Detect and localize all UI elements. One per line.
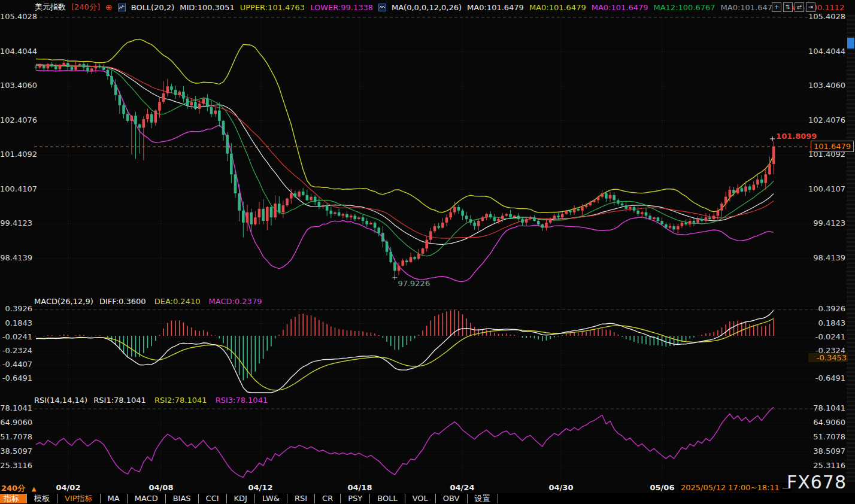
price-axis-label-right: 99.4123 bbox=[808, 218, 845, 227]
date-axis-label: 04/02 bbox=[56, 483, 81, 492]
rsi-title: RSI(14,14,14) bbox=[34, 396, 87, 405]
ma-indicator-chip-icon[interactable] bbox=[378, 4, 386, 11]
macd-axis-label-left: -0.2324 bbox=[0, 346, 32, 355]
date-axis-label: 04/18 bbox=[348, 483, 372, 492]
session-timestamp: 2025/05/12 17:00~18:11 — bbox=[679, 483, 792, 492]
price-axis-label-left: 105.4028 bbox=[0, 12, 32, 21]
macd-axis-label-right: -0.0241 bbox=[808, 332, 845, 341]
rsi3-value: RSI3:78.1041 bbox=[216, 396, 268, 405]
scale-vertical-icon[interactable]: ⇅ bbox=[783, 2, 793, 12]
macd-diff-value: DIFF:0.3600 bbox=[99, 297, 146, 306]
date-axis-label: 04/08 bbox=[149, 483, 174, 492]
toolbar-tab-BOLL[interactable]: BOLL bbox=[370, 494, 405, 503]
price-axis-label-right: 104.4044 bbox=[808, 47, 845, 56]
macd-panel-title: MACD(26,12,9) DIFF:0.3600 DEA:0.2410 MAC… bbox=[34, 297, 262, 306]
boll-lower-value: LOWER:99.1338 bbox=[310, 3, 373, 12]
chart-canvas[interactable] bbox=[0, 0, 855, 504]
toolbar-tab-MA[interactable]: MA bbox=[101, 494, 128, 503]
toolbar-tab-CCI[interactable]: CCI bbox=[199, 494, 227, 503]
rsi-axis-label-right: 64.9060 bbox=[808, 418, 845, 427]
ma-legend-item: MA0:101.6479 bbox=[529, 3, 586, 12]
toolbar-tab-OBV[interactable]: OBV bbox=[436, 494, 468, 503]
macd-axis-label-right: -0.6491 bbox=[808, 374, 845, 382]
right-scrollbar-thumb[interactable] bbox=[847, 38, 854, 48]
macd-axis-label-left: -0.0241 bbox=[0, 332, 32, 341]
price-axis-label-left: 100.4107 bbox=[0, 184, 32, 193]
rsi-axis-label-right: 51.7078 bbox=[808, 432, 845, 441]
chart-window-controls: +⇅⇄⇥ bbox=[772, 2, 815, 12]
rsi-axis-label-left: 78.1041 bbox=[0, 403, 32, 412]
price-axis-label-left: 104.4044 bbox=[0, 47, 32, 56]
rsi-axis-label-right: 25.3116 bbox=[808, 461, 845, 470]
boll-mid-value: MID:100.3051 bbox=[180, 3, 234, 12]
macd-axis-label-left: -0.6491 bbox=[0, 374, 32, 382]
boll-label: BOLL(20,2) bbox=[131, 3, 175, 12]
alarm-icon[interactable]: ⊕ bbox=[105, 2, 113, 12]
date-axis-label: 05/06 bbox=[650, 483, 675, 492]
price-axis-label-left: 98.4139 bbox=[0, 253, 32, 262]
macd-axis-label-right: 0.3926 bbox=[808, 304, 845, 313]
ma-legend-item: MA0:101.6479 bbox=[592, 3, 648, 12]
toolbar-tab-RSI[interactable]: RSI bbox=[287, 494, 315, 503]
rsi-axis-label-left: 51.7078 bbox=[0, 432, 32, 441]
price-axis-label-right: 98.4139 bbox=[808, 253, 845, 262]
period-text: 240分 bbox=[1, 484, 25, 493]
scale-horizontal-icon[interactable]: ⇄ bbox=[795, 2, 804, 12]
rsi-axis-label-left: 64.9060 bbox=[0, 418, 32, 427]
period-arrow-icon: ▲ bbox=[32, 485, 37, 492]
date-axis-label: 04/12 bbox=[248, 483, 273, 492]
macd-axis-label-highlight: -0.3453 bbox=[808, 353, 848, 362]
current-price-box: 101.6479 bbox=[811, 141, 854, 152]
toolbar-tab-LW&[interactable]: LW& bbox=[255, 494, 287, 503]
low-price-label: 97.9226 bbox=[398, 279, 430, 288]
rsi-axis-label-right: 38.5097 bbox=[808, 447, 845, 456]
shift-right-icon[interactable]: ⇥ bbox=[806, 2, 815, 12]
rsi1-value: RSI1:78.1041 bbox=[93, 396, 146, 405]
symbol-name: 美元指数 bbox=[35, 2, 66, 13]
toolbar-tab-KDJ[interactable]: KDJ bbox=[227, 494, 255, 503]
toolbar-tab-VOL[interactable]: VOL bbox=[405, 494, 436, 503]
date-axis-label: 04/30 bbox=[549, 483, 574, 492]
trading-terminal: 美元指数 [240分] ⊕ BOLL(20,2) MID:100.3051 UP… bbox=[0, 0, 855, 504]
toolbar-tab-MACD[interactable]: MACD bbox=[128, 494, 166, 503]
toolbar-tab-模板[interactable]: 模板 bbox=[27, 494, 57, 503]
toolbar-tab-VIP指标[interactable]: VIP指标 bbox=[57, 494, 101, 503]
price-axis-label-right: 102.4076 bbox=[808, 116, 845, 125]
date-axis-label: 04/24 bbox=[450, 483, 475, 492]
price-axis-label-left: 103.4060 bbox=[0, 81, 32, 90]
macd-macd-value: MACD:0.2379 bbox=[209, 297, 262, 306]
ma-legend-item: MA0:101.6479 bbox=[721, 3, 778, 12]
period-label[interactable]: 240分 ▲ bbox=[1, 483, 36, 494]
price-axis-label-left: 99.4123 bbox=[0, 218, 32, 227]
rsi-axis-label-left: 38.5097 bbox=[0, 447, 32, 456]
macd-axis-label-right: 0.1843 bbox=[808, 318, 845, 327]
toolbar-tab-指标[interactable]: 指标 bbox=[0, 494, 27, 503]
price-axis-label-right: 105.4028 bbox=[808, 12, 845, 21]
period-badge[interactable]: [240分] bbox=[71, 2, 100, 13]
rsi2-value: RSI2:78.1041 bbox=[154, 396, 207, 405]
price-axis-label-left: 101.4092 bbox=[0, 150, 32, 159]
toolbar-tab-CR[interactable]: CR bbox=[315, 494, 341, 503]
toolbar-tab-PSY[interactable]: PSY bbox=[341, 494, 370, 503]
boll-indicator-chip-icon[interactable] bbox=[118, 4, 126, 11]
right-scrollbar-track[interactable] bbox=[847, 15, 855, 482]
high-price-label: 101.8099 bbox=[776, 132, 817, 141]
toolbar-tab-设置[interactable]: 设置 bbox=[468, 494, 498, 503]
move-crosshair-icon[interactable]: + bbox=[772, 2, 781, 12]
toolbar-tab-BIAS[interactable]: BIAS bbox=[166, 494, 199, 503]
watermark-logo: FX678 bbox=[787, 472, 847, 493]
macd-title: MACD(26,12,9) bbox=[34, 297, 93, 306]
price-axis-label-left: 102.4076 bbox=[0, 116, 32, 125]
ma-legend-item: MA12:100.6767 bbox=[653, 3, 715, 12]
price-axis-label-right: 103.4060 bbox=[808, 81, 845, 90]
macd-axis-label-left: 0.1843 bbox=[0, 318, 32, 327]
ma-legend-item: MA0:101.6479 bbox=[467, 3, 524, 12]
macd-dea-value: DEA:0.2410 bbox=[154, 297, 201, 306]
boll-upper-value: UPPER:101.4763 bbox=[240, 3, 305, 12]
ma-label: MA(0,0,0,12,0,26) bbox=[392, 3, 462, 12]
rsi-panel-title: RSI(14,14,14) RSI1:78.1041 RSI2:78.1041 … bbox=[34, 396, 268, 405]
macd-axis-label-left: 0.3926 bbox=[0, 304, 32, 313]
indicator-toolbar: 指标模板VIP指标MAMACDBIASCCIKDJLW&RSICRPSYBOLL… bbox=[0, 493, 855, 504]
price-axis-label-right: 100.4107 bbox=[808, 184, 845, 193]
macd-axis-label-left: -0.4407 bbox=[0, 360, 32, 369]
